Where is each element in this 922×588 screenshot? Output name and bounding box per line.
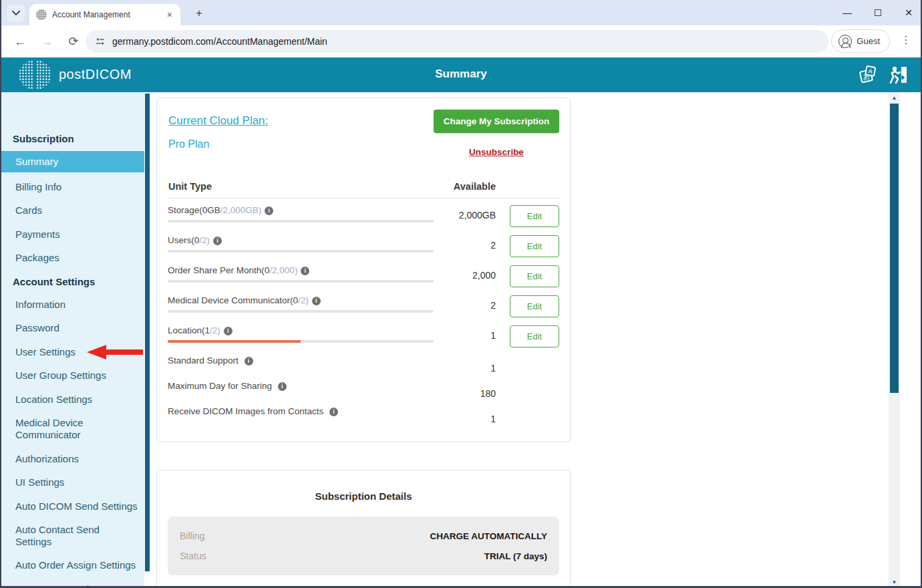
browser-window: Account Management × + — ☐ ✕ ← → ⟳ germa… — [0, 0, 922, 588]
sidebar-section-subscription: Subscription — [1, 128, 144, 149]
available-value: 2,000 — [472, 270, 496, 281]
browser-menu-icon[interactable]: ⋮ — [901, 33, 911, 46]
subscription-details-title: Subscription Details — [168, 490, 559, 502]
unit-table-header: Unit Type Available — [168, 181, 559, 198]
unit-row-order-share: Order Share Per Month(0/2,000)i 2,000 Ed… — [168, 264, 559, 294]
unit-row-medical-device-communicator: Medical Device Communicator(0/2)i 2 Edit — [168, 294, 559, 324]
sidebar-scrollbar[interactable] — [144, 92, 150, 588]
info-icon[interactable]: i — [301, 267, 309, 275]
storage-progress-bar — [168, 220, 434, 223]
sidebar-item-cards[interactable]: Cards — [1, 200, 144, 221]
edit-order-share-button[interactable]: Edit — [510, 265, 559, 287]
sidebar-item-ui-settings[interactable]: UI Settings — [1, 472, 144, 493]
sidebar: Subscription Summary Billing Info Cards … — [1, 92, 144, 588]
status-row: Status TRIAL (7 days) — [180, 546, 547, 566]
edit-location-button[interactable]: Edit — [510, 325, 559, 347]
available-value: 180 — [480, 388, 496, 399]
available-value: 2,000GB — [459, 210, 496, 220]
sidebar-item-billing-info[interactable]: Billing Info — [1, 176, 144, 198]
sidebar-section-account-settings: Account Settings — [1, 271, 144, 292]
sidebar-item-label: User Settings — [15, 346, 75, 357]
billing-row: Billing CHARGE AUTOMATICALLY — [180, 526, 547, 546]
back-icon[interactable]: ← — [12, 35, 28, 49]
minimize-button[interactable]: — — [842, 7, 853, 18]
sidebar-item-auto-dicom-send-settings[interactable]: Auto DICOM Send Settings — [1, 496, 144, 517]
site-favicon — [36, 9, 47, 20]
scroll-up-icon[interactable]: ▲ — [889, 95, 900, 101]
sidebar-item-custom-annotations[interactable]: Custom Annotations — [1, 579, 144, 588]
site-info-icon[interactable] — [95, 36, 106, 47]
reload-icon[interactable]: ⟳ — [65, 34, 82, 49]
sidebar-item-auto-order-assign-settings[interactable]: Auto Order Assign Settings — [1, 555, 144, 576]
unit-row-storage: Storage(0GB/2,000GB)i 2,000GB Edit — [168, 204, 559, 234]
unit-rows: Storage(0GB/2,000GB)i 2,000GB Edit Users… — [168, 204, 559, 430]
available-value: 2 — [490, 240, 496, 251]
sidebar-item-information[interactable]: Information — [1, 294, 144, 315]
sidebar-scrollbar-thumb[interactable] — [145, 94, 150, 571]
unit-row-users: Users(0/2)i 2 Edit — [168, 234, 559, 264]
unit-type-header: Unit Type — [168, 181, 212, 192]
sidebar-item-location-settings[interactable]: Location Settings — [1, 389, 144, 410]
unit-row-location: Location(1/2)i 1 Edit — [168, 324, 559, 354]
users-progress-bar — [168, 250, 434, 253]
tab-close-icon[interactable]: × — [166, 9, 174, 20]
info-icon[interactable]: i — [213, 237, 222, 245]
sidebar-item-payments[interactable]: Payments — [1, 224, 144, 245]
chevron-down-icon — [12, 11, 20, 16]
new-tab-button[interactable]: + — [191, 5, 207, 21]
content-area: Subscription Summary Billing Info Cards … — [1, 92, 921, 588]
sidebar-item-packages[interactable]: Packages — [1, 247, 144, 269]
unsubscribe-link[interactable]: Unsubscribe — [469, 147, 524, 157]
edit-mdc-button[interactable]: Edit — [510, 295, 559, 317]
tab-search-button[interactable] — [7, 5, 25, 22]
maximize-button[interactable]: ☐ — [873, 7, 883, 18]
available-value: 1 — [490, 414, 496, 424]
sidebar-item-user-settings[interactable]: User Settings — [1, 341, 144, 363]
info-icon[interactable]: i — [312, 297, 321, 305]
main-scrollbar[interactable]: ▲ ▼ — [889, 92, 900, 588]
language-icon[interactable]: あ A — [857, 64, 878, 86]
available-value: 2 — [490, 300, 496, 311]
billing-value: CHARGE AUTOMATICALLY — [430, 531, 548, 541]
available-value: 1 — [490, 330, 496, 341]
browser-toolbar: ← → ⟳ germany.postdicom.com/AccountManag… — [1, 25, 921, 57]
edit-users-button[interactable]: Edit — [510, 235, 559, 257]
url-text[interactable]: germany.postdicom.com/AccountManagement/… — [112, 36, 327, 47]
unit-row-max-day-sharing: Maximum Day for Sharing i 180 — [168, 380, 559, 405]
sidebar-item-authorizations[interactable]: Authorizations — [1, 448, 144, 470]
logout-icon[interactable] — [887, 64, 909, 86]
current-cloud-plan-link[interactable]: Current Cloud Plan: — [168, 114, 268, 128]
sidebar-item-password[interactable]: Password — [1, 317, 144, 339]
browser-tab[interactable]: Account Management × — [29, 4, 180, 25]
sidebar-item-summary[interactable]: Summary — [1, 151, 144, 172]
info-icon[interactable]: i — [245, 357, 253, 365]
info-icon[interactable]: i — [329, 408, 338, 416]
sidebar-item-medical-device-communicator[interactable]: Medical Device Communicator — [1, 412, 144, 445]
scroll-down-icon[interactable]: ▼ — [889, 579, 900, 585]
avatar-icon — [838, 35, 852, 48]
main-scrollbar-thumb[interactable] — [890, 104, 899, 393]
billing-label: Billing — [180, 531, 204, 541]
edit-storage-button[interactable]: Edit — [510, 205, 559, 227]
info-icon[interactable]: i — [265, 206, 273, 215]
red-arrow-icon — [87, 345, 143, 359]
location-progress-bar — [168, 340, 434, 343]
sidebar-item-auto-contact-send-settings[interactable]: Auto Contact Send Settings — [1, 519, 144, 552]
page-title: Summary — [1, 67, 921, 81]
status-label: Status — [180, 551, 206, 561]
info-icon[interactable]: i — [224, 327, 233, 335]
status-value: TRIAL (7 days) — [484, 551, 547, 561]
forward-icon[interactable]: → — [39, 35, 55, 49]
mdc-progress-bar — [168, 310, 434, 313]
info-icon[interactable]: i — [278, 382, 287, 391]
current-plan-card: Current Cloud Plan: Pro Plan Change My S… — [156, 98, 571, 442]
profile-label: Guest — [857, 36, 880, 46]
url-bar[interactable]: germany.postdicom.com/AccountManagement/… — [86, 30, 828, 53]
profile-button[interactable]: Guest — [831, 29, 890, 53]
available-header: Available — [454, 181, 496, 192]
close-button[interactable]: ✕ — [903, 7, 914, 18]
change-subscription-button[interactable]: Change My Subscription — [434, 110, 559, 133]
tab-title: Account Management — [52, 10, 166, 19]
available-value: 1 — [490, 363, 496, 374]
sidebar-item-user-group-settings[interactable]: User Group Settings — [1, 365, 144, 386]
